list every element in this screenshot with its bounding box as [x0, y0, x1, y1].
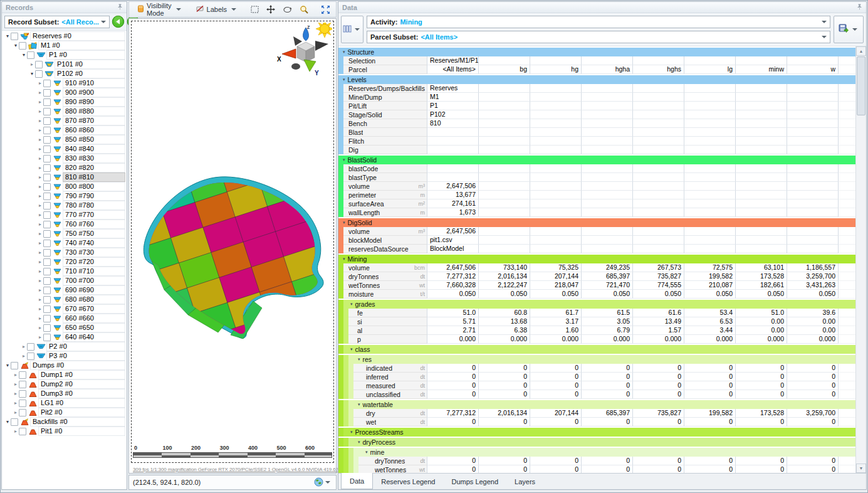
zoom-extents-tool[interactable] [318, 3, 333, 16]
collapse-arrow-icon[interactable]: ▾ [343, 77, 345, 82]
tree-checkbox[interactable] [19, 400, 26, 407]
tree-item-label[interactable]: 670 #670 [63, 304, 125, 314]
section-header[interactable]: ▾class [338, 345, 855, 354]
tree-checkbox[interactable] [27, 353, 34, 360]
collapse-arrow-icon[interactable]: ▾ [350, 302, 353, 307]
tree-checkbox[interactable] [35, 70, 43, 78]
record-subset-dropdown[interactable]: Record Subset: <All Reco... [4, 16, 110, 28]
section-header[interactable]: ▾DigSolid [338, 218, 855, 227]
collapse-arrow-icon[interactable]: ▾ [343, 220, 345, 225]
collapse-arrow-icon[interactable]: ▾ [350, 430, 353, 435]
tree-row[interactable]: ▸760 #760 [2, 220, 127, 229]
section-header[interactable]: ▾res [338, 355, 855, 364]
tree-item-label[interactable]: 910 #910 [63, 78, 125, 88]
tree-checkbox[interactable] [27, 343, 34, 351]
tree-row[interactable]: ▸Pit1 #0 [2, 427, 127, 436]
tree-item-label[interactable]: 640 #640 [63, 332, 125, 342]
tree-item-label[interactable]: LG1 #0 [38, 398, 125, 408]
parcel-subset-dropdown[interactable]: Parcel Subset: <All Items> [367, 31, 830, 43]
tree-row[interactable]: ▸680 #680 [2, 295, 127, 304]
tree-checkbox[interactable] [43, 221, 51, 228]
tree-item-label[interactable]: 850 #850 [63, 135, 125, 144]
pan-tool[interactable] [263, 3, 278, 16]
section-header[interactable]: ▾dryProcess [338, 438, 855, 447]
tree-checkbox[interactable] [43, 80, 51, 87]
tree-expander[interactable]: ▸ [37, 125, 43, 135]
section-header[interactable]: ▾watertable [338, 400, 855, 409]
tree-checkbox[interactable] [43, 296, 51, 304]
tree-row[interactable]: ▸800 #800 [2, 182, 127, 191]
tree-item-label[interactable]: 710 #710 [63, 267, 125, 276]
tree-expander[interactable]: ▸ [37, 135, 43, 144]
tree-expander[interactable]: ▸ [37, 97, 43, 107]
pit-solid-3d-model[interactable] [137, 167, 336, 344]
tree-item-label[interactable]: M1 #0 [38, 41, 125, 50]
tree-expander[interactable]: ▸ [13, 427, 19, 436]
tree-item-label[interactable]: Reserves #0 [30, 31, 125, 41]
tree-checkbox[interactable] [11, 418, 18, 426]
tree-row[interactable]: ▸830 #830 [2, 154, 127, 163]
tree-row[interactable]: ▸860 #860 [2, 125, 127, 135]
viewport-3d[interactable]: X Y Z 0100200300400500600700 309 fps 1/1… [128, 18, 337, 474]
tree-checkbox[interactable] [27, 51, 34, 59]
tree-expander[interactable]: ▸ [37, 201, 43, 210]
tree-checkbox[interactable] [43, 183, 51, 191]
section-header[interactable]: ▾BlastSolid [338, 156, 855, 164]
tree-expander[interactable]: ▾ [29, 69, 35, 78]
tree-expander[interactable]: ▸ [37, 285, 43, 295]
tree-expander[interactable]: ▸ [37, 107, 43, 116]
tree-item-label[interactable]: Backfills #0 [30, 417, 125, 427]
section-header[interactable]: ▾Levels [338, 75, 855, 84]
tree-row[interactable]: ▸840 #840 [2, 144, 127, 154]
tree-checkbox[interactable] [43, 258, 51, 266]
tree-row[interactable]: ▾P1 #0 [2, 50, 127, 60]
tree-item-label[interactable]: 750 #750 [63, 229, 125, 238]
tree-expander[interactable]: ▸ [37, 314, 43, 323]
section-header[interactable]: ▾mine [338, 448, 855, 457]
tree-expander[interactable]: ▸ [13, 398, 19, 408]
tree-item-label[interactable]: 660 #660 [63, 314, 125, 323]
tree-expander[interactable]: ▾ [13, 41, 19, 50]
collapse-arrow-icon[interactable]: ▾ [358, 357, 360, 362]
tab-dumps-legend[interactable]: Dumps Legend [443, 474, 506, 489]
tree-checkbox[interactable] [11, 362, 18, 369]
tree-expander[interactable]: ▸ [37, 172, 43, 182]
tree-checkbox[interactable] [43, 117, 51, 125]
tree-checkbox[interactable] [43, 193, 51, 200]
tree-expander[interactable]: ▾ [21, 50, 27, 60]
tree-item-label[interactable]: 900 #900 [63, 88, 125, 97]
tree-expander[interactable]: ▸ [37, 116, 43, 125]
tree-expander[interactable]: ▸ [13, 389, 19, 398]
tree-item-label[interactable]: Dump1 #0 [38, 370, 125, 379]
tree-expander[interactable]: ▸ [37, 304, 43, 314]
tree-item-label[interactable]: 650 #650 [63, 323, 125, 332]
tree-row[interactable]: ▸LG1 #0 [2, 398, 127, 408]
section-header[interactable]: ▾ProcessStreams [338, 428, 855, 437]
tree-checkbox[interactable] [19, 409, 26, 416]
tree-item-label[interactable]: Dump2 #0 [38, 379, 125, 389]
tree-item-label[interactable]: 810 #810 [63, 172, 125, 182]
tree-row[interactable]: ▸720 #720 [2, 257, 127, 267]
tree-expander[interactable]: ▾ [4, 31, 11, 41]
tree-expander[interactable]: ▸ [37, 257, 43, 267]
tree-row[interactable]: ▸900 #900 [2, 88, 127, 97]
tree-item-label[interactable]: Dump3 #0 [38, 389, 125, 398]
tree-row[interactable]: ▾Backfills #0 [2, 417, 127, 427]
tree-item-label[interactable]: 800 #800 [63, 182, 125, 191]
axis-orientation-gizmo[interactable]: X Y Z [275, 23, 332, 77]
scroll-down-arrow[interactable]: ▼ [856, 464, 866, 473]
tree-expander[interactable]: ▸ [37, 78, 43, 88]
tree-row[interactable]: ▸710 #710 [2, 267, 127, 276]
tree-checkbox[interactable] [43, 202, 51, 209]
tree-expander[interactable]: ▸ [37, 295, 43, 304]
tree-item-label[interactable]: Pit2 #0 [38, 408, 125, 417]
tree-checkbox[interactable] [43, 146, 51, 153]
tree-row[interactable]: ▸670 #670 [2, 304, 127, 314]
tree-item-label[interactable]: 720 #720 [63, 257, 125, 267]
tree-item-label[interactable]: 840 #840 [63, 144, 125, 154]
tree-item-label[interactable]: P2 #0 [46, 342, 125, 351]
scrollbar-thumb[interactable] [857, 56, 865, 115]
tree-row[interactable]: ▸730 #730 [2, 248, 127, 257]
tree-checkbox[interactable] [19, 381, 26, 388]
tab-reserves-legend[interactable]: Reserves Legend [373, 474, 443, 489]
